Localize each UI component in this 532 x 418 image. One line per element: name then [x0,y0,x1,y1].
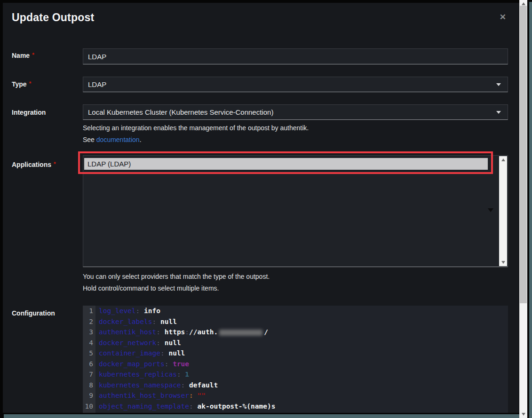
integration-select[interactable]: Local Kubernetes Cluster (Kubernetes Ser… [83,104,508,120]
chevron-down-icon [488,208,493,212]
required-marker: * [54,161,56,167]
line-number: 7 [83,369,95,380]
scroll-down-icon[interactable] [522,413,525,416]
code-line: 2docker_labels: null [83,316,508,327]
code-line: 6docker_map_ports: true [83,359,508,370]
code-line: 1log_level: info [83,306,508,316]
applications-scrollbar[interactable] [499,156,507,266]
redacted-text [219,330,262,336]
integration-help-text: Selecting an integration enables the man… [83,124,508,132]
code-line: 5container_image: null [83,348,508,359]
configuration-code-editor[interactable]: 1log_level: info2docker_labels: null3aut… [83,306,508,413]
chevron-down-icon [496,83,501,86]
line-number: 10 [83,401,95,412]
code-line: 9authentik_host_browser: "" [83,390,508,401]
code-line: 4docker_network: null [83,338,508,348]
chevron-down-icon [496,111,501,114]
code-line: 7kubernetes_replicas: 1 [83,369,508,380]
line-number: 1 [83,306,95,316]
update-outpost-modal: Update Outpost ✕ Name* LDAP Type* LDAP I… [3,3,519,413]
page-background-edge-right [529,2,532,418]
line-number: 9 [83,390,95,401]
scrollbar-thumb[interactable] [520,6,527,303]
modal-title: Update Outpost [12,11,94,24]
line-number: 3 [83,327,95,338]
type-select-value: LDAP [88,80,106,88]
line-number: 4 [83,338,95,348]
screenshot-frame: Update Outpost ✕ Name* LDAP Type* LDAP I… [0,0,532,418]
close-icon[interactable]: ✕ [500,13,506,21]
required-marker: * [29,80,32,87]
applications-label: Applications* [12,161,78,168]
integration-select-value: Local Kubernetes Cluster (Kubernetes Ser… [88,108,273,116]
scroll-up-icon[interactable] [501,158,505,161]
window-scrollbar[interactable] [519,0,527,418]
type-select[interactable]: LDAP [83,77,508,92]
line-number: 2 [83,316,95,327]
integration-label: Integration [12,109,78,116]
applications-help-text-2: Hold control/command to select multiple … [83,284,508,292]
annotation-red-box [78,151,493,174]
configuration-code: 1log_level: info2docker_labels: null3aut… [83,306,508,411]
page-background-edge-bottom [4,414,519,418]
code-line: 8kubernetes_namespace: default [83,380,508,391]
line-number: 6 [83,359,95,370]
code-line: 10object_naming_template: ak-outpost-%(n… [83,401,508,412]
documentation-help-line: See documentation. [83,136,508,143]
line-number: 5 [83,348,95,359]
type-label: Type* [12,80,78,88]
configuration-label: Configuration [12,309,78,317]
applications-help-text-1: You can only select providers that match… [83,273,508,280]
name-input-value: LDAP [88,53,106,61]
scroll-up-icon[interactable] [522,2,525,5]
name-input[interactable]: LDAP [83,48,508,64]
scroll-down-icon[interactable] [501,261,505,264]
documentation-link[interactable]: documentation [96,136,140,143]
required-marker: * [32,52,34,58]
code-line: 3authentik_host: https://auth./ [83,327,508,338]
line-number: 8 [83,380,95,391]
name-label: Name* [12,52,78,59]
